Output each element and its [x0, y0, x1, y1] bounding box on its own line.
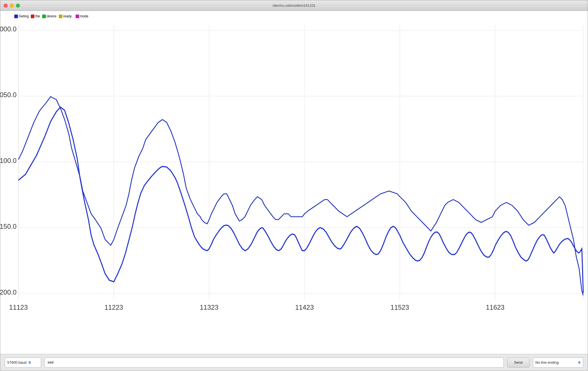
- legend-color-geting: [14, 15, 18, 18]
- baud-stepper[interactable]: [28, 361, 31, 364]
- legend-label-device: device: [47, 14, 57, 18]
- legend-color-device: [42, 15, 46, 18]
- baud-value: 57600 baud: [7, 360, 27, 365]
- line-ending-stepper[interactable]: [578, 361, 581, 364]
- legend-color-ready: [59, 15, 62, 18]
- chart-legend: Geting the device ready.. mode: [14, 14, 88, 18]
- title-bar: /dev/cu.usbmodem141101: [0, 0, 588, 11]
- legend-item-3: ready..: [59, 14, 73, 18]
- legend-label-the: the: [35, 14, 40, 18]
- send-button[interactable]: Send: [507, 358, 530, 368]
- baud-down-arrow[interactable]: [28, 363, 31, 364]
- main-window: /dev/cu.usbmodem141101 Geting the device…: [0, 0, 588, 371]
- legend-label-mode: mode: [80, 14, 88, 18]
- legend-label-geting: Geting: [19, 14, 29, 18]
- maximize-button[interactable]: [16, 4, 20, 8]
- legend-label-ready: ready..: [63, 14, 73, 18]
- chart-area: Geting the device ready.. mode: [0, 11, 588, 354]
- window-controls: [4, 4, 20, 8]
- bottom-bar: 57600 baud Send No line ending: [0, 354, 588, 371]
- line-ending-selector[interactable]: No line ending: [533, 358, 583, 368]
- close-button[interactable]: [4, 4, 8, 8]
- send-input[interactable]: [44, 358, 504, 368]
- baud-selector[interactable]: 57600 baud: [5, 358, 41, 368]
- line-ending-value: No line ending: [535, 360, 576, 365]
- baud-up-arrow[interactable]: [28, 361, 31, 362]
- line-ending-up-arrow[interactable]: [578, 361, 581, 362]
- legend-item-2: device: [42, 14, 57, 18]
- legend-color-mode: [76, 15, 79, 18]
- legend-item-1: the: [31, 14, 40, 18]
- legend-item-4: mode: [76, 14, 88, 18]
- chart-waveform-svg: [0, 11, 588, 354]
- line-ending-down-arrow[interactable]: [578, 363, 581, 364]
- legend-item-0: Geting: [14, 14, 29, 18]
- window-title: /dev/cu.usbmodem141101: [273, 3, 315, 8]
- legend-color-the: [31, 15, 34, 18]
- minimize-button[interactable]: [10, 4, 14, 8]
